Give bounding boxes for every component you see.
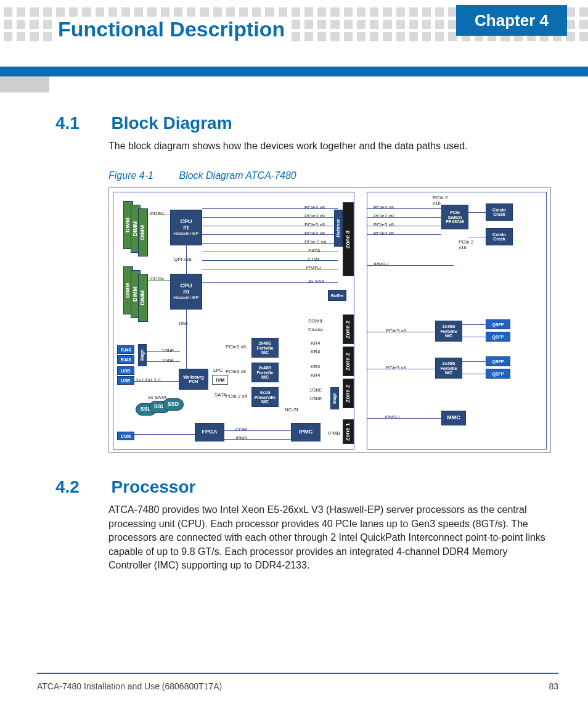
bus-label: PCIe3 x8 xyxy=(386,328,406,334)
qsfp-port: QSFP xyxy=(486,319,510,329)
bus-label: 2x USB 3.0 xyxy=(136,377,160,383)
bus-label: PCIe 2 x4 xyxy=(226,393,247,399)
pex-switch: PCIe Switch PEX8748 xyxy=(441,205,468,229)
bus-label: COM xyxy=(308,257,320,262)
bus-label: SATA xyxy=(214,392,227,398)
bus-label: KR4 xyxy=(311,349,321,355)
footer-rule xyxy=(37,673,558,674)
qsfp-port: QSFP xyxy=(486,332,510,342)
bus-label: IPMB-L xyxy=(385,414,401,420)
usb-port: USB xyxy=(117,376,134,385)
chapter-tab: Chapter 4 xyxy=(456,5,567,36)
footer-doc-title: ATCA-7480 Installation and Use (6806800T… xyxy=(37,681,222,691)
cpu0-block: CPU #0 Haswell-EP xyxy=(170,274,202,310)
bus-label: PCIe 2 x4 xyxy=(304,239,326,245)
diagram-right-panel: PCIe3 x8 PCIe3 x8 PCIe3 x8 PCIe3 x8 IPMB… xyxy=(367,192,547,449)
bus-label: 1GbE xyxy=(309,387,322,393)
pch-block: Wellsburg PCH xyxy=(179,369,208,390)
bus-label: KR4 xyxy=(311,340,321,346)
bus-label: DDR4 xyxy=(150,211,164,216)
bus-label: IPMB xyxy=(328,430,340,436)
bus-label: PCIe3 x8 xyxy=(374,231,394,236)
fortville-nic: 2x40G Fortville NIC xyxy=(251,338,279,358)
zone1-block: Zone 1 xyxy=(343,419,354,444)
bus-label: PCIe3 x8 xyxy=(304,222,325,228)
bus-label: SATA xyxy=(308,248,321,253)
dimm-block: DIMM xyxy=(138,208,148,257)
bus-label: COM xyxy=(235,427,247,432)
header-grey-stub xyxy=(0,76,49,92)
bus-label: IPMB-L xyxy=(374,261,390,267)
footer-page-number: 83 xyxy=(549,681,558,691)
bus-label: PCIe 2 x16 xyxy=(459,239,473,250)
diagram-left-panel: DIMM DIMM DIMM DDR4 DIMM DIMM DIMM DDR4 … xyxy=(113,192,354,449)
fortville-nic: 2x40G Fortville NIC xyxy=(435,321,462,342)
bus-label: 1GbE xyxy=(161,348,174,353)
footer: ATCA-7480 Installation and Use (6806800T… xyxy=(37,681,558,691)
qsfp-port: QSFP xyxy=(486,369,510,379)
magn-block: Magn xyxy=(330,387,339,409)
buffer-block: Buffer xyxy=(328,290,346,301)
bus-label: SGMII xyxy=(308,318,322,324)
bus-label: 1GbE xyxy=(309,396,322,401)
section-title: Block Diagram xyxy=(111,113,232,133)
magn-block: Magn xyxy=(138,344,147,366)
section-4-2: 4.2 Processor ATCA-7480 provides two Int… xyxy=(55,477,551,572)
figure-label: Figure 4-1 xyxy=(108,170,176,181)
bus-label: NC-SI xyxy=(285,407,298,413)
mmc-block: MMC xyxy=(441,411,466,425)
bus-label: Clocks xyxy=(308,327,323,332)
bus-label: PCIe3 x8 xyxy=(226,369,246,374)
zone3-block: Zone 3 xyxy=(343,202,354,276)
bus-label: PCIe3 x8 xyxy=(304,231,325,236)
powerville-nic: 4x1G Powerville NIC xyxy=(251,387,279,407)
com-port: COM xyxy=(117,432,134,440)
bus-label: PCIe3 x8 xyxy=(226,344,246,350)
figure-title: Block Diagram ATCA-7480 xyxy=(179,170,296,181)
bus-label: PCIe3 x8 xyxy=(374,213,394,219)
retimer-block: Retimer xyxy=(334,210,343,247)
bus-label: PCIe3 x8 xyxy=(304,205,325,210)
coleto-block: Coleto Creek xyxy=(486,203,513,221)
bus-label: IPMB xyxy=(235,435,248,441)
cpu1-block: CPU #1 Haswell-EP xyxy=(170,210,202,245)
bus-label: KR4 xyxy=(311,364,321,369)
coleto-block: Coleto Creek xyxy=(486,228,513,245)
dimm-block: DIMM xyxy=(138,274,148,322)
figure-caption: Figure 4-1 Block Diagram ATCA-7480 xyxy=(108,170,551,181)
tpm-block: TPM xyxy=(212,375,228,385)
fortville-nic: 2x40G Fortville NIC xyxy=(251,363,279,382)
bus-label: PCIe3 x8 xyxy=(374,222,394,228)
bus-label: KR4 xyxy=(311,372,321,378)
section-title: Processor xyxy=(111,477,195,497)
ipmc-block: IPMC xyxy=(291,423,321,441)
bus-label: IPMB-L xyxy=(306,265,322,271)
section-4-1: 4.1 Block Diagram The block diagram show… xyxy=(55,113,551,453)
rj45-port: RJ45 xyxy=(117,345,134,354)
bus-label: QPi x2a xyxy=(174,257,191,262)
section-text: The block diagram shows how the devices … xyxy=(108,139,551,153)
bus-label: PCIe3 x8 xyxy=(386,365,406,371)
fortville-nic: 2x40G Fortville NIC xyxy=(435,358,462,379)
fpga-block: FPGA xyxy=(195,423,224,441)
bus-label: LPC xyxy=(213,367,223,373)
block-diagram: DIMM DIMM DIMM DDR4 DIMM DIMM DIMM DDR4 … xyxy=(108,187,551,453)
usb-port: USB xyxy=(117,366,134,375)
zone2-block: Zone 2 xyxy=(343,314,354,344)
zone2-block: Zone 2 xyxy=(343,379,354,408)
ssd-block: SSD xyxy=(163,398,184,411)
section-number: 4.1 xyxy=(55,113,108,133)
bus-label: DDR4 xyxy=(150,276,164,282)
section-number: 4.2 xyxy=(55,477,108,497)
rj45-port: RJ45 xyxy=(117,355,134,364)
zone2-block: Zone 2 xyxy=(343,347,354,376)
bus-label: 4x SAS xyxy=(308,279,325,284)
qsfp-port: QSFP xyxy=(486,356,510,366)
section-text: ATCA-7480 provides two Intel Xeon E5-26x… xyxy=(108,503,551,572)
bus-label: PCIe3 x8 xyxy=(304,213,325,219)
page-title: Functional Description xyxy=(54,17,288,41)
header-blue-bar xyxy=(0,67,588,76)
bus-label: 1GbE xyxy=(161,358,174,363)
bus-label: PCIe3 x8 xyxy=(374,205,394,210)
